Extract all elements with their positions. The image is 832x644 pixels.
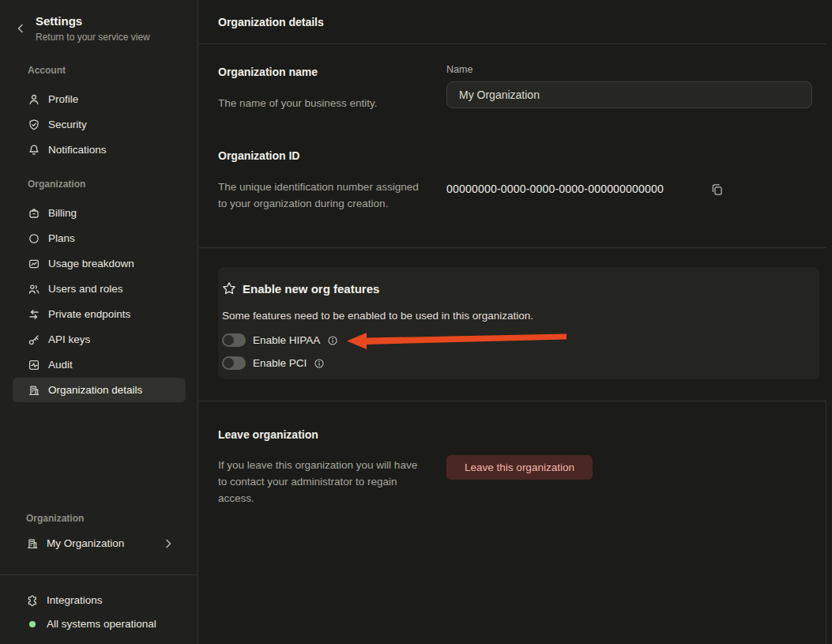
puzzle-icon [26,594,39,607]
sidebar-divider [0,574,198,575]
user-icon [28,93,40,106]
sidebar-item-audit[interactable]: Audit [13,352,186,377]
status-label: All systems operational [47,618,156,630]
sidebar-item-label: API keys [48,333,90,345]
org-name-description: The name of your business entity. [218,95,378,111]
org-id-description: The unique identification number assigne… [218,179,422,212]
leave-org-heading: Leave organization [218,428,318,441]
sidebar-item-label: Organization details [48,384,142,396]
settings-page: Settings Return to your service view Acc… [0,0,832,644]
star-icon [222,281,236,296]
hipaa-toggle-row: Enable HIPAA [222,333,338,347]
sidebar-item-organization-details[interactable]: Organization details [13,378,186,402]
copy-button[interactable] [709,181,725,197]
leave-organization-button[interactable]: Leave this organization [446,455,593,480]
system-status[interactable]: All systems operational [13,612,186,636]
info-icon[interactable] [314,358,325,369]
sidebar-item-label: Usage breakdown [48,258,134,269]
pulse-icon [28,359,40,371]
building-icon [26,537,39,550]
shield-check-icon [28,119,40,131]
sidebar-item-security[interactable]: Security [13,112,186,137]
users-icon [28,283,40,296]
org-id-value: 00000000-0000-0000-0000-000000000000 [446,183,664,195]
sidebar-subtitle: Return to your service view [36,32,150,43]
org-switcher[interactable]: My Organization [13,531,186,555]
info-icon[interactable] [327,335,338,346]
hipaa-toggle-label: Enable HIPAA [253,334,320,346]
sidebar-item-label: Integrations [47,594,103,606]
features-card: Enable new org features Some features ne… [218,267,819,379]
section-divider [199,401,826,401]
sidebar-item-label: Plans [48,232,75,244]
pci-toggle[interactable] [222,356,246,370]
sidebar-item-notifications[interactable]: Notifications [13,137,186,162]
scrollbar-track[interactable] [826,401,826,644]
hipaa-toggle[interactable] [222,333,246,347]
pci-toggle-label: Enable PCI [253,357,307,369]
wallet-icon [28,207,40,220]
page-title: Organization details [218,16,324,28]
features-card-heading: Enable new org features [243,282,379,296]
sidebar-item-label: Billing [48,207,77,219]
back-button[interactable] [13,21,28,36]
org-name-input[interactable] [446,81,812,108]
sidebar-item-integrations[interactable]: Integrations [13,588,186,612]
usage-chart-icon [28,258,40,270]
header-divider [199,43,826,44]
section-label-organization: Organization [28,179,85,190]
org-switcher-label: My Organization [47,537,124,549]
sidebar: Settings Return to your service view Acc… [0,0,198,644]
chevron-right-icon [162,537,175,550]
section-label-organization-switcher: Organization [26,513,84,524]
section-divider [199,247,826,248]
bell-icon [28,144,40,156]
circle-icon [28,232,40,245]
sidebar-item-label: Notifications [48,144,107,156]
leave-org-description: If you leave this organization you will … [218,457,425,507]
name-field-label: Name [446,64,472,75]
section-label-account: Account [28,65,66,76]
sidebar-item-label: Audit [48,359,73,371]
building-icon [28,384,40,397]
swap-arrows-icon [28,308,40,321]
sidebar-item-label: Security [48,119,87,130]
org-name-heading: Organization name [218,66,318,78]
features-card-description: Some features need to be enabled to be u… [222,310,533,322]
sidebar-item-users-and-roles[interactable]: Users and roles [13,277,186,301]
chevron-left-icon [14,22,27,35]
sidebar-item-billing[interactable]: Billing [13,201,186,225]
sidebar-item-label: Users and roles [48,283,123,295]
sidebar-item-plans[interactable]: Plans [13,226,186,250]
org-id-heading: Organization ID [218,149,299,162]
pci-toggle-row: Enable PCI [222,356,325,370]
sidebar-item-private-endpoints[interactable]: Private endpoints [13,302,186,326]
key-icon [28,333,40,346]
status-dot-icon [29,621,36,627]
sidebar-item-label: Profile [48,93,78,105]
sidebar-item-api-keys[interactable]: API keys [13,327,186,352]
copy-icon [710,183,724,196]
sidebar-item-label: Private endpoints [48,308,130,320]
sidebar-item-profile[interactable]: Profile [13,87,186,111]
sidebar-title: Settings [36,14,82,28]
sidebar-item-usage-breakdown[interactable]: Usage breakdown [13,251,186,276]
